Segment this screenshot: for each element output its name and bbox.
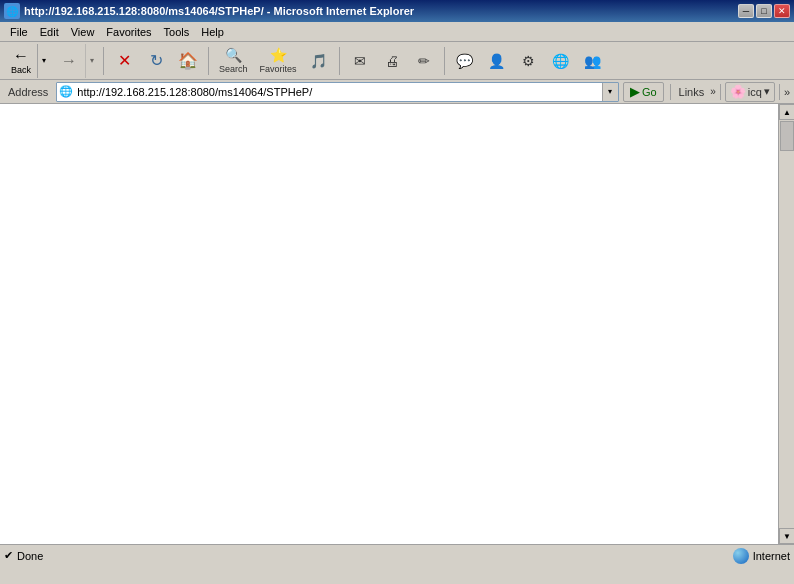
maximize-button[interactable]: □ [756,4,772,18]
print-button[interactable]: 🖨 [377,44,407,78]
messenger-button[interactable]: 👤 [482,44,512,78]
menu-favorites[interactable]: Favorites [100,24,157,40]
back-label: Back [11,65,31,75]
separator-1 [103,47,104,75]
menu-bar: File Edit View Favorites Tools Help [0,22,794,42]
forward-dropdown-arrow[interactable]: ▾ [85,44,97,78]
go-label: Go [642,86,657,98]
mail-icon: ✉ [354,53,366,69]
scroll-up-button[interactable]: ▲ [779,104,794,120]
favorites-label: Favorites [260,64,297,74]
links-separator [670,84,671,100]
menu-view[interactable]: View [65,24,101,40]
scroll-track[interactable] [779,120,794,528]
back-button-main: ← Back [5,45,37,77]
window-title: http://192.168.215.128:8080/ms14064/STPH… [24,5,414,17]
go-arrow-icon: ▶ [630,84,640,99]
discuss-icon: 💬 [456,53,473,69]
separator-4 [444,47,445,75]
title-bar-left: 🌐 http://192.168.215.128:8080/ms14064/ST… [4,3,414,19]
menu-tools[interactable]: Tools [158,24,196,40]
edit-icon: ✏ [418,53,430,69]
address-bar: Address 🌐 ▾ ▶ Go Links » 🌸 icq ▾ » [0,80,794,104]
separator-2 [208,47,209,75]
mail-button[interactable]: ✉ [345,44,375,78]
search-button[interactable]: 🔍 Search [214,44,253,78]
scroll-down-button[interactable]: ▼ [779,528,794,544]
address-dropdown-arrow[interactable]: ▾ [602,82,618,102]
scroll-thumb[interactable] [780,121,794,151]
go-button[interactable]: ▶ Go [623,82,664,102]
refresh-button[interactable]: ↻ [141,44,171,78]
icq-flower-icon: 🌸 [730,84,746,99]
favorites-button[interactable]: ⭐ Favorites [255,44,302,78]
extra2-icon: 🌐 [552,53,569,69]
status-text: Done [17,550,43,562]
address-input[interactable] [75,83,602,101]
page-icon: 🌐 [57,83,75,101]
title-bar-buttons: ─ □ ✕ [738,4,790,18]
toolbar-overflow-btn[interactable]: » [784,86,790,98]
extra2-button[interactable]: 🌐 [546,44,576,78]
people-button[interactable]: 👥 [578,44,608,78]
links-separator-2 [720,84,721,100]
links-button[interactable]: Links [675,85,709,99]
content-area: ▲ ▼ [0,104,794,544]
icq-button[interactable]: 🌸 icq ▾ [725,82,775,102]
extra-button[interactable]: ⚙ [514,44,544,78]
stop-icon: ✕ [118,51,131,70]
title-bar: 🌐 http://192.168.215.128:8080/ms14064/ST… [0,0,794,22]
home-button[interactable]: 🏠 [173,44,203,78]
search-icon: 🔍 [225,47,242,63]
menu-edit[interactable]: Edit [34,24,65,40]
menu-file[interactable]: File [4,24,34,40]
links-chevron-icon[interactable]: » [710,86,716,97]
separator-3 [339,47,340,75]
vertical-scrollbar[interactable]: ▲ ▼ [778,104,794,544]
browser-icon: 🌐 [4,3,20,19]
forward-button-main: → [53,50,85,72]
messenger-icon: 👤 [488,53,505,69]
back-icon: ← [13,47,29,65]
menu-help[interactable]: Help [195,24,230,40]
refresh-icon: ↻ [150,51,163,70]
zone-globe-icon [733,548,749,564]
links-right-separator [779,84,780,100]
back-button[interactable]: ← Back ▾ [4,44,50,78]
home-icon: 🏠 [178,51,198,70]
toolbar: ← Back ▾ → ▾ ✕ ↻ 🏠 🔍 Search ⭐ Favorites … [0,42,794,80]
media-button[interactable]: 🎵 [304,44,334,78]
links-area: Links » 🌸 icq ▾ » [668,82,790,102]
status-left: ✔ Done [4,549,43,562]
forward-button[interactable]: → ▾ [52,44,98,78]
address-label: Address [4,86,52,98]
stop-button[interactable]: ✕ [109,44,139,78]
back-dropdown-arrow[interactable]: ▾ [37,44,49,78]
people-icon: 👥 [584,53,601,69]
print-icon: 🖨 [385,53,399,69]
status-done-icon: ✔ [4,549,13,562]
close-button[interactable]: ✕ [774,4,790,18]
discuss-button[interactable]: 💬 [450,44,480,78]
address-input-wrapper: 🌐 ▾ [56,82,619,102]
media-icon: 🎵 [310,53,327,69]
favorites-icon: ⭐ [270,47,287,63]
icq-label: icq [748,86,762,98]
status-bar: ✔ Done Internet [0,544,794,566]
status-right: Internet [733,548,790,564]
search-label: Search [219,64,248,74]
zone-label: Internet [753,550,790,562]
edit-button[interactable]: ✏ [409,44,439,78]
icq-dropdown-icon: ▾ [764,85,770,98]
minimize-button[interactable]: ─ [738,4,754,18]
forward-icon: → [61,52,77,70]
extra-icon: ⚙ [522,53,535,69]
